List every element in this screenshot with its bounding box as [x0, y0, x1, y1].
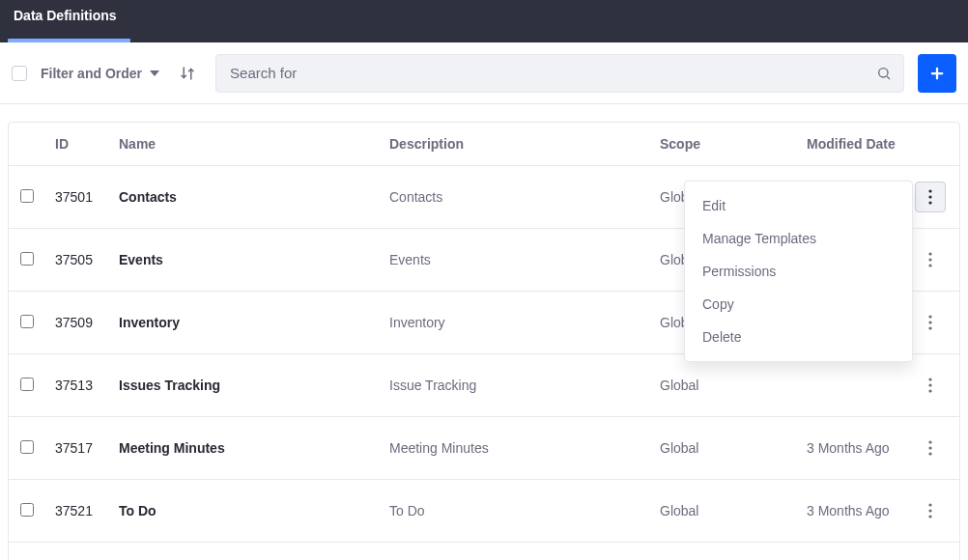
row-actions-menu: Edit Manage Templates Permissions Copy D… [684, 181, 913, 362]
cell-scope: Global [660, 503, 807, 518]
col-header-modified[interactable]: Modified Date [807, 136, 913, 152]
cell-id: 37517 [55, 440, 119, 456]
cell-name[interactable]: Inventory [119, 315, 389, 330]
svg-line-1 [887, 76, 890, 79]
cell-id: 37505 [55, 252, 119, 267]
row-actions-button[interactable] [915, 370, 946, 401]
tabbar: Data Definitions [0, 0, 968, 42]
col-header-name[interactable]: Name [119, 136, 389, 152]
ellipsis-v-icon [928, 440, 932, 456]
svg-point-18 [928, 452, 931, 455]
ellipsis-v-icon [928, 503, 932, 518]
select-all-checkbox[interactable] [12, 66, 27, 81]
row-checkbox[interactable] [20, 440, 34, 454]
svg-point-9 [928, 264, 931, 266]
cell-description: Inventory [389, 315, 660, 330]
filter-order-label: Filter and Order [41, 66, 142, 81]
cell-modified: 3 Months Ago [807, 503, 913, 518]
cell-description: Events [389, 252, 660, 267]
svg-point-20 [928, 509, 931, 512]
cell-name[interactable]: Meeting Minutes [119, 440, 389, 456]
row-actions-button[interactable] [915, 495, 946, 526]
svg-point-16 [928, 440, 931, 443]
cell-description: To Do [389, 503, 660, 518]
menu-delete[interactable]: Delete [685, 321, 912, 353]
cell-scope: Global [660, 440, 807, 456]
cell-name[interactable]: Issues Tracking [119, 378, 389, 393]
svg-point-6 [928, 201, 931, 204]
ellipsis-v-icon [928, 252, 932, 267]
menu-copy[interactable]: Copy [685, 288, 912, 321]
cell-description: Contacts [389, 189, 660, 205]
search-input[interactable] [228, 64, 876, 82]
sort-button[interactable] [173, 59, 202, 88]
svg-point-14 [928, 383, 931, 386]
row-checkbox[interactable] [20, 503, 34, 517]
cell-name[interactable]: Events [119, 252, 389, 267]
svg-point-12 [928, 326, 931, 329]
filter-order-dropdown[interactable]: Filter and Order [41, 66, 159, 81]
tab-data-definitions[interactable]: Data Definitions [0, 0, 130, 42]
table-row[interactable]: 37513 Issues Tracking Issue Tracking Glo… [9, 354, 959, 417]
table-row[interactable]: 37521 To Do To Do Global 3 Months Ago [9, 480, 959, 543]
table-header: ID Name Description Scope Modified Date [9, 123, 959, 166]
svg-point-8 [928, 258, 931, 261]
cell-id: 37509 [55, 315, 119, 330]
svg-point-11 [928, 321, 931, 323]
toolbar: Filter and Order [0, 42, 968, 104]
search-icon [876, 66, 892, 81]
menu-manage-templates[interactable]: Manage Templates [685, 222, 912, 255]
cell-name[interactable]: To Do [119, 503, 389, 518]
cell-modified: 3 Months Ago [807, 440, 913, 456]
col-header-id[interactable]: ID [55, 136, 119, 152]
sort-icon [179, 65, 196, 82]
svg-point-21 [928, 515, 931, 518]
add-button[interactable] [918, 54, 956, 93]
cell-scope: Global [660, 378, 807, 393]
svg-point-10 [928, 315, 931, 318]
svg-point-15 [928, 389, 931, 392]
cell-name[interactable]: Contacts [119, 189, 389, 205]
svg-point-4 [928, 189, 931, 192]
cell-id: 37513 [55, 378, 119, 393]
tab-label: Data Definitions [14, 8, 117, 23]
ellipsis-v-icon [928, 315, 932, 330]
table-row[interactable]: 37517 Meeting Minutes Meeting Minutes Gl… [9, 417, 959, 480]
cell-id: 37521 [55, 503, 119, 518]
svg-point-13 [928, 378, 931, 380]
row-checkbox[interactable] [20, 189, 34, 203]
row-actions-button[interactable] [915, 244, 946, 275]
ellipsis-v-icon [928, 189, 932, 205]
col-header-description[interactable]: Description [389, 136, 660, 152]
cell-id: 37501 [55, 189, 119, 205]
cell-description: Meeting Minutes [389, 440, 660, 456]
menu-permissions[interactable]: Permissions [685, 255, 912, 288]
row-checkbox[interactable] [20, 252, 34, 266]
svg-point-17 [928, 446, 931, 449]
svg-point-7 [928, 252, 931, 255]
ellipsis-v-icon [928, 378, 932, 393]
menu-edit[interactable]: Edit [685, 189, 912, 222]
svg-point-19 [928, 503, 931, 506]
caret-down-icon [150, 70, 159, 76]
table-row[interactable]: 47043 Tshirt Selection for conference t-… [9, 543, 959, 560]
svg-point-0 [879, 68, 888, 76]
row-checkbox[interactable] [20, 378, 34, 391]
row-actions-button[interactable] [915, 307, 946, 338]
plus-icon [928, 65, 946, 82]
search-field[interactable] [215, 54, 904, 93]
row-checkbox[interactable] [20, 315, 34, 328]
col-header-scope[interactable]: Scope [660, 136, 807, 152]
svg-point-5 [928, 195, 931, 198]
tab-active-indicator [8, 39, 130, 42]
row-actions-button[interactable] [915, 182, 946, 212]
cell-description: Issue Tracking [389, 378, 660, 393]
row-actions-button[interactable] [915, 433, 946, 463]
